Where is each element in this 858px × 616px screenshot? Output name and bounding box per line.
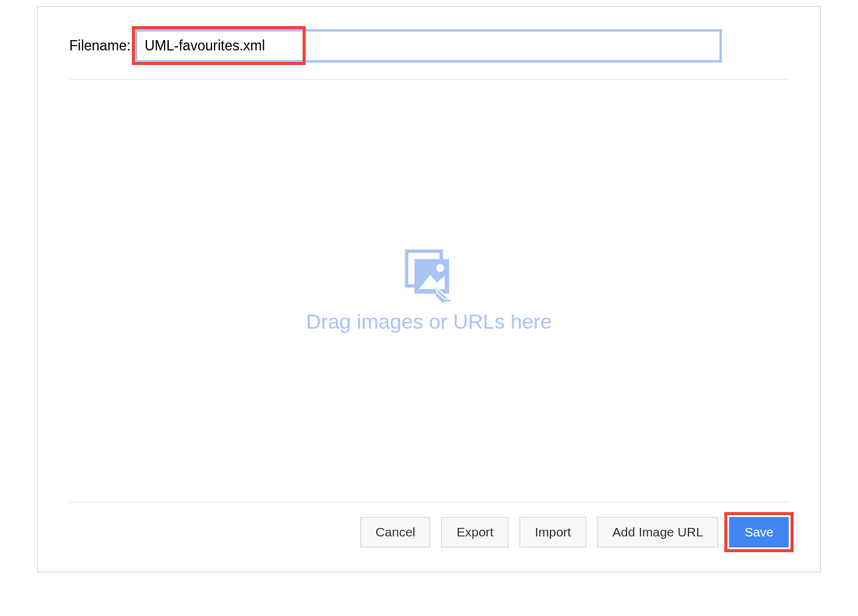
filename-label: Filename: [69, 38, 131, 54]
filename-row: Filename: [38, 7, 820, 79]
drop-area[interactable]: Drag images or URLs here [38, 80, 820, 502]
footer-buttons: Cancel Export Import Add Image URL Save [38, 502, 820, 572]
save-button[interactable]: Save [729, 517, 789, 547]
save-button-wrapper: Save [729, 517, 789, 547]
svg-point-2 [436, 264, 444, 272]
dialog-container: Filename: Drag images or URLs here Cance… [37, 6, 821, 572]
drop-text: Drag images or URLs here [306, 310, 552, 334]
filename-input-wrapper [137, 31, 720, 61]
cancel-button[interactable]: Cancel [360, 517, 430, 547]
add-image-url-button[interactable]: Add Image URL [597, 517, 718, 547]
image-drop-icon [401, 248, 457, 304]
filename-input[interactable] [137, 31, 720, 61]
import-button[interactable]: Import [520, 517, 586, 547]
export-button[interactable]: Export [441, 517, 509, 547]
